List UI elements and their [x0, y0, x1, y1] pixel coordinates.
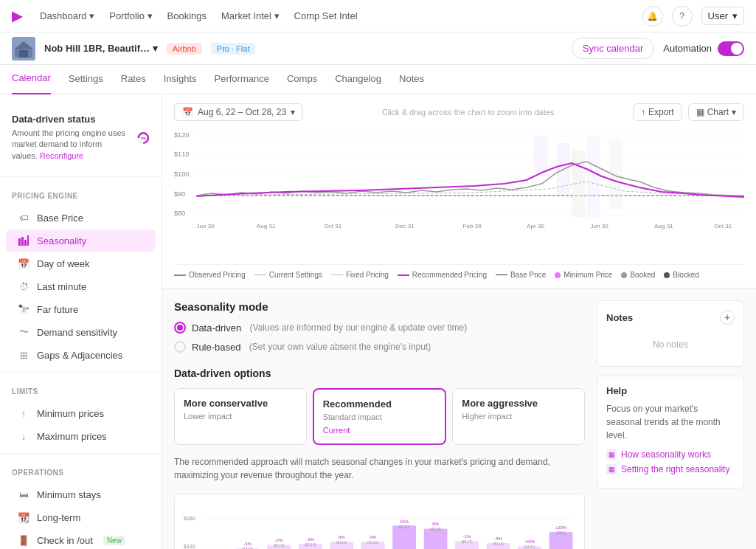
radio-rule-based[interactable]: Rule-based (Set your own value absent th… — [174, 341, 585, 353]
option-aggressive[interactable]: More aggressive Higher impact — [452, 388, 585, 445]
tab-notes[interactable]: Notes — [399, 65, 424, 94]
svg-rect-25 — [586, 136, 600, 217]
sidebar-item-checkin-label: Check in /out — [37, 535, 93, 546]
help-link-setting[interactable]: ▦ Setting the right seasonality — [606, 464, 735, 474]
nav-portfolio[interactable]: Portfolio ▾ — [109, 10, 152, 21]
legend-line-recommended — [398, 274, 409, 276]
sidebar-item-seasonality-label: Seasonality — [37, 235, 86, 246]
legend-dot-booked — [621, 272, 627, 278]
limits-section: LIMITS — [0, 379, 162, 401]
option-conservative[interactable]: More conservative Lower impact — [174, 388, 307, 445]
legend-recommended: Recommended Pricing — [398, 271, 487, 279]
help-button[interactable]: ? — [672, 6, 693, 27]
sidebar-item-day-of-week[interactable]: 📅 Day of week — [6, 252, 156, 274]
tab-comps[interactable]: Comps — [287, 65, 317, 94]
svg-text:($110): ($110) — [305, 542, 316, 547]
option-recommended[interactable]: Recommended Standard impact Current — [313, 388, 447, 445]
nav-right: 🔔 ? User ▾ — [642, 6, 744, 27]
user-menu-button[interactable]: User ▾ — [701, 7, 744, 25]
chart-type-button[interactable]: ▦ Chart ▾ — [688, 103, 744, 121]
help-link-label-1: How seasonality works — [621, 449, 711, 460]
option-description: The recommended approach will match seas… — [174, 455, 585, 482]
sidebar-item-gaps[interactable]: ⊞ Gaps & Adjacencies — [6, 344, 156, 366]
chart-icon — [18, 235, 30, 246]
svg-text:-10%: -10% — [524, 539, 535, 544]
date-range-button[interactable]: 📅 Aug 6, 22 – Oct 28, 23 ▾ — [174, 103, 303, 121]
nav-comp-set[interactable]: Comp Set Intel — [294, 10, 358, 21]
svg-text:0%: 0% — [370, 534, 376, 539]
automation-label: Automation — [663, 43, 712, 54]
door-icon: 🚪 — [18, 534, 30, 546]
nav-bookings[interactable]: Bookings — [167, 10, 207, 21]
wave-icon: 〜 — [18, 326, 30, 338]
add-note-button[interactable]: + — [720, 310, 735, 325]
reconfigure-link[interactable]: Reconfigure — [40, 151, 83, 160]
svg-text:$100: $100 — [174, 170, 189, 178]
tab-performance[interactable]: Performance — [215, 65, 269, 94]
sidebar-item-checkin[interactable]: 🚪 Check in /out New — [6, 529, 156, 549]
date-range-chevron: ▾ — [291, 107, 295, 117]
sidebar-item-base-price-label: Base Price — [37, 213, 83, 224]
date-range-label: Aug 6, 22 – Oct 28, 23 — [198, 107, 286, 117]
sidebar: Data-driven status Amount the pricing en… — [0, 94, 162, 549]
svg-text:6%: 6% — [432, 521, 439, 526]
legend-line-observed — [174, 274, 186, 276]
svg-rect-3 — [19, 50, 28, 58]
option-recommended-title: Recommended — [323, 398, 437, 410]
help-link-how[interactable]: ▦ How seasonality works — [606, 449, 735, 460]
legend-line-base — [496, 274, 507, 275]
nav-dashboard[interactable]: Dashboard ▾ — [40, 10, 94, 21]
sidebar-item-far-future[interactable]: 🔭 Far future — [6, 298, 156, 320]
nav-market-intel[interactable]: Market Intel ▾ — [221, 10, 280, 21]
svg-text:-4%: -4% — [243, 541, 252, 546]
property-name[interactable]: Nob Hill 1BR, Beautif… ▾ — [44, 43, 158, 54]
export-button[interactable]: ↑ Export — [633, 103, 682, 121]
svg-text:($118): ($118) — [274, 543, 285, 548]
zoom-hint: Click & drag across the chart to zoom in… — [312, 108, 624, 117]
sidebar-item-long-term[interactable]: 📆 Long-term — [6, 506, 156, 528]
status-text: Data-driven status Amount the pricing en… — [12, 114, 128, 162]
chart-type-icon: ▦ — [696, 107, 704, 117]
automation-toggle: Automation — [663, 41, 744, 56]
tab-calendar[interactable]: Calendar — [12, 65, 51, 94]
sidebar-item-min-prices[interactable]: ↑ Minimum prices — [6, 402, 156, 424]
data-driven-options-title: Data-driven options — [174, 367, 585, 379]
option-aggressive-sub: Higher impact — [462, 412, 575, 421]
operations-section: OPERATIONS — [0, 460, 162, 483]
svg-text:($50): ($50) — [556, 531, 566, 535]
svg-text:0%: 0% — [339, 534, 345, 539]
tab-rates[interactable]: Rates — [121, 65, 146, 94]
svg-text:($125): ($125) — [430, 527, 442, 531]
price-chart[interactable]: $120 $110 $100 $90 $80 — [174, 128, 744, 246]
svg-text:($130): ($130) — [398, 525, 410, 529]
svg-rect-70 — [424, 529, 448, 549]
sidebar-item-seasonality[interactable]: Seasonality — [6, 229, 156, 252]
radio-circle-rule-based — [174, 341, 186, 353]
tab-insights[interactable]: Insights — [164, 65, 197, 94]
arrow-down-icon: ↓ — [18, 430, 30, 442]
legend-line-current — [254, 274, 266, 275]
svg-rect-9 — [24, 240, 27, 246]
sidebar-item-base-price[interactable]: 🏷 Base Price — [6, 207, 156, 229]
svg-text:$90: $90 — [174, 190, 185, 198]
sidebar-item-last-minute[interactable]: ⏱ Last minute — [6, 275, 156, 297]
chart-actions: ↑ Export ▦ Chart ▾ — [633, 103, 744, 121]
automation-switch[interactable] — [718, 41, 744, 56]
pricing-engine-section: PRICING ENGINE — [0, 183, 162, 206]
sidebar-item-min-stays[interactable]: 🛏 Minimum stays — [6, 483, 156, 505]
calendar-small-icon: 📅 — [182, 107, 193, 117]
radio-label-data-driven: Data-driven — [192, 322, 241, 334]
svg-text:$120: $120 — [174, 131, 189, 139]
sidebar-item-max-prices[interactable]: ↓ Maximum prices — [6, 425, 156, 447]
bed-icon: 🛏 — [18, 488, 30, 500]
chart-section: 📅 Aug 6, 22 – Oct 28, 23 ▾ Click & drag … — [162, 94, 756, 289]
tab-settings[interactable]: Settings — [69, 65, 103, 94]
app-logo: ▶ — [12, 8, 22, 24]
radio-data-driven[interactable]: Data-driven (Values are informed by our … — [174, 322, 585, 334]
tab-changelog[interactable]: Changelog — [335, 65, 381, 94]
notification-button[interactable]: 🔔 — [642, 6, 663, 27]
svg-rect-66 — [392, 525, 416, 549]
arrow-up-icon: ↑ — [18, 407, 30, 419]
sync-calendar-button[interactable]: Sync calendar — [572, 38, 654, 59]
sidebar-item-demand-sensitivity[interactable]: 〜 Demand sensitivity — [6, 321, 156, 343]
